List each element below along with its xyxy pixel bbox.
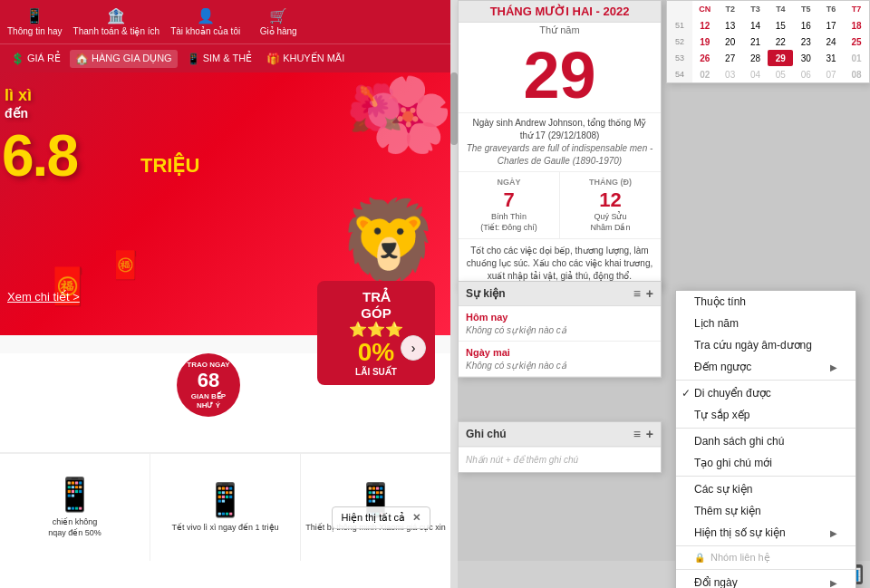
day-22[interactable]: 22 xyxy=(768,34,793,50)
right-panel: THÁNG MƯỜI HAI - 2022 Thứ năm 29 Ngày si… xyxy=(458,0,870,588)
cat-simthe[interactable]: 📱 SIM & THẺ xyxy=(181,50,257,68)
day-06[interactable]: 06 xyxy=(793,66,818,82)
ctx-cac-su-kien[interactable]: Các sự kiện xyxy=(676,478,856,500)
tragop-banner: TRẢ GÓP ⭐⭐⭐ 0% LÃI SUẤT xyxy=(317,281,435,385)
ctx-thuoc-tinh[interactable]: Thuộc tính xyxy=(676,291,856,313)
day-20[interactable]: 20 xyxy=(718,34,743,50)
day-31[interactable]: 31 xyxy=(818,50,844,66)
day-28[interactable]: 28 xyxy=(743,50,768,66)
ctx-di-chuyen[interactable]: Di chuyển được xyxy=(676,382,856,404)
product-img-1: 📱 xyxy=(205,481,246,519)
ghichu-add-icon[interactable]: + xyxy=(646,427,653,441)
cat-giare[interactable]: 💲 GIÁ RẺ xyxy=(5,50,66,68)
ctx-divider-3 xyxy=(676,476,856,477)
cat-khuyenmai[interactable]: 🎁 KHUYẾN MÃI xyxy=(261,50,350,68)
day-26[interactable]: 26 xyxy=(692,50,718,66)
sukien-tomorrow-label: Ngày mai xyxy=(466,347,653,358)
tragop-stars: ⭐⭐⭐ xyxy=(349,321,403,338)
sukien-list-icon[interactable]: ≡ xyxy=(633,286,641,301)
ctx-divider-2 xyxy=(676,428,856,429)
cat-giare-label: GIÁ RẺ xyxy=(27,53,61,64)
nav-label-thanhtoan: Thanh toán & tiện ích xyxy=(73,26,160,36)
hien-thi-close[interactable]: ✕ xyxy=(412,512,420,524)
day-21[interactable]: 21 xyxy=(743,34,768,50)
nav-item-taikhoan[interactable]: 👤 Tài khoản của tôi xyxy=(170,7,240,36)
xem-chitiet-link[interactable]: Xem chi tiết > xyxy=(7,290,80,304)
ctx-dem-nguoc[interactable]: Đếm ngược ▶ xyxy=(676,356,856,378)
product-card-1[interactable]: 📱 Tết vivo lì xì ngay đến 1 triệu xyxy=(150,454,301,561)
mini-cal-th-t7: T7 xyxy=(844,1,869,17)
week-52: 52 xyxy=(667,34,692,50)
ghichu-list-icon[interactable]: ≡ xyxy=(633,427,641,441)
day-03[interactable]: 03 xyxy=(718,66,743,82)
day-14[interactable]: 14 xyxy=(743,17,768,34)
ghichu-panel: Ghi chú ≡ + Nhấn nút + để thêm ghi chú xyxy=(458,421,662,473)
product-card-0[interactable]: 📱 chiến khôngnqay đến 50% xyxy=(0,454,150,561)
sukien-tomorrow-section: Ngày mai Không có sự kiện nào cả xyxy=(459,342,661,377)
day-08[interactable]: 08 xyxy=(844,66,869,82)
ctx-doi-ngay-label: Đổi ngày xyxy=(694,576,738,588)
day-18[interactable]: 18 xyxy=(844,17,869,34)
day-13[interactable]: 13 xyxy=(718,17,743,34)
day-05[interactable]: 05 xyxy=(768,66,793,82)
week-53: 53 xyxy=(667,50,692,66)
day-25[interactable]: 25 xyxy=(844,34,869,50)
ctx-doi-ngay[interactable]: Đổi ngày ▶ xyxy=(676,572,856,588)
scrollbar-thumb[interactable] xyxy=(450,72,458,145)
day-02[interactable]: 02 xyxy=(692,66,718,82)
next-arrow-button[interactable]: › xyxy=(401,335,426,361)
day-07[interactable]: 07 xyxy=(818,66,844,82)
ctx-lich-nam[interactable]: Lịch năm xyxy=(676,313,856,334)
product-img-0: 📱 xyxy=(54,476,95,514)
sukien-today-section: Hôm nay Không có sự kiện nào cả xyxy=(459,306,661,342)
sukien-add-icon[interactable]: + xyxy=(646,286,653,301)
mini-cal-row-52: 52 19 20 21 22 23 24 25 xyxy=(667,34,869,50)
ctx-tao-ghi-chu[interactable]: Tạo ghi chú mới xyxy=(676,452,856,474)
sukien-title: Sự kiện xyxy=(466,287,506,300)
day-27[interactable]: 27 xyxy=(718,50,743,66)
day-30[interactable]: 30 xyxy=(793,50,818,66)
cal-ngay-cell: NGÀY 7 Bính Thìn (Tiết: Đông chí) xyxy=(459,172,560,238)
ctx-tu-sap[interactable]: Tự sắp xếp xyxy=(676,404,856,426)
cal-ngay-label: NGÀY xyxy=(462,178,556,187)
ctx-them-su-kien[interactable]: Thêm sự kiện xyxy=(676,500,856,522)
ghichu-placeholder: Nhấn nút + để thêm ghi chú xyxy=(459,447,661,472)
hien-thi-bar[interactable]: Hiện thị tất cả ✕ xyxy=(332,506,430,529)
day-23[interactable]: 23 xyxy=(793,34,818,50)
ctx-ds-ghi-chu[interactable]: Danh sách ghi chú xyxy=(676,430,856,452)
ctx-tao-ghi-chu-label: Tạo ghi chú mới xyxy=(694,457,772,469)
day-29-today[interactable]: 29 xyxy=(768,50,793,66)
mini-cal-th-t4: T4 xyxy=(768,1,793,17)
banner-trieu: TRIỆU xyxy=(140,154,199,178)
sukien-today-text: Không có sự kiện nào cả xyxy=(466,325,653,335)
day-15[interactable]: 15 xyxy=(768,17,793,34)
nav-item-thanhtoan[interactable]: 🏦 Thanh toán & tiện ích xyxy=(73,7,160,36)
thanhtoan-icon: 🏦 xyxy=(107,7,125,24)
mini-cal-row-54: 54 02 03 04 05 06 07 08 xyxy=(667,66,869,82)
day-04[interactable]: 04 xyxy=(743,66,768,82)
tragop-percent: 0% xyxy=(358,338,394,367)
ctx-nhom-lien-he-label: Nhóm liên hệ xyxy=(710,552,770,564)
mini-cal-row-51: 51 12 13 14 15 16 17 18 xyxy=(667,17,869,34)
day-16[interactable]: 16 xyxy=(793,17,818,34)
sukien-header: Sự kiện ≡ + xyxy=(459,282,661,306)
day-12[interactable]: 12 xyxy=(692,17,718,34)
cat-hanggiadu[interactable]: 🏠 HÀNG GIA DỤNG xyxy=(70,50,178,68)
sukien-header-icons: ≡ + xyxy=(633,286,653,301)
nav-item-giohang[interactable]: 🛒 Giỏ hàng xyxy=(251,7,305,36)
scrollbar[interactable] xyxy=(450,0,458,588)
mini-cal-th-week xyxy=(667,1,692,17)
ctx-hien-thi-so-arrow: ▶ xyxy=(830,528,837,538)
day-01[interactable]: 01 xyxy=(844,50,869,66)
nav-item-tintuc[interactable]: 📱 Thông tin hay xyxy=(7,7,63,36)
ctx-hien-thi-so[interactable]: Hiện thị số sự kiện ▶ xyxy=(676,522,856,544)
day-19[interactable]: 19 xyxy=(692,34,718,50)
banner-lion: 🦁 xyxy=(338,195,440,290)
ctx-tra-cuu[interactable]: Tra cứu ngày âm-dương xyxy=(676,334,856,356)
mini-cal-th-t3: T3 xyxy=(743,1,768,17)
trao-unit: GIAN BẾPNHƯ Ý xyxy=(191,392,226,410)
giare-icon: 💲 xyxy=(11,53,24,65)
ctx-divider-4 xyxy=(676,545,856,546)
day-17[interactable]: 17 xyxy=(818,17,844,34)
day-24[interactable]: 24 xyxy=(818,34,844,50)
